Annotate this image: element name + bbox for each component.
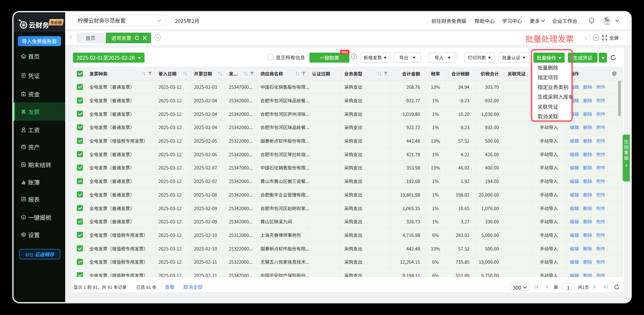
svg-text:?: ?	[353, 54, 355, 59]
